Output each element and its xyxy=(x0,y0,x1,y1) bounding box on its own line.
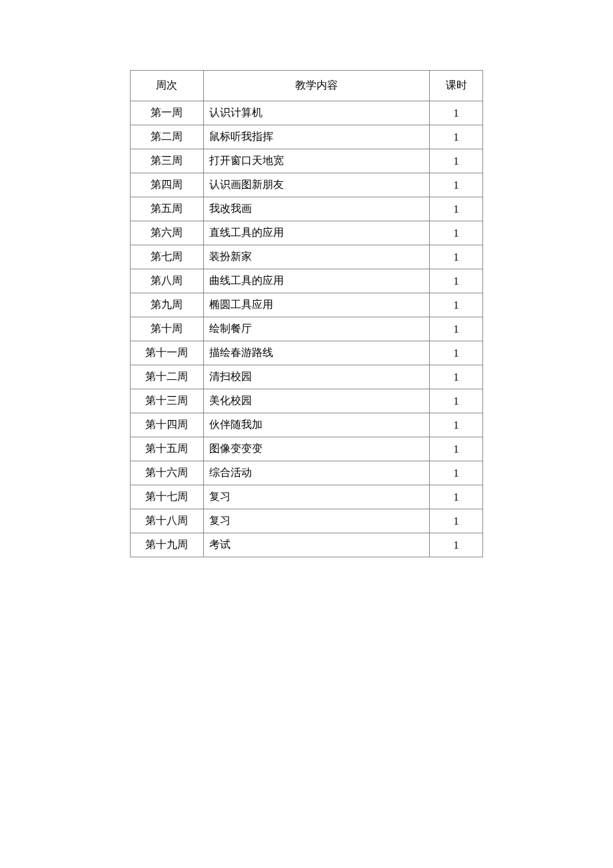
cell-week: 第十七周 xyxy=(131,485,204,509)
table-header-row: 周次 教学内容 课时 xyxy=(131,71,483,101)
cell-hours: 1 xyxy=(430,197,483,221)
table-row: 第十六周综合活动1 xyxy=(131,461,483,485)
cell-hours: 1 xyxy=(430,101,483,125)
cell-hours: 1 xyxy=(430,413,483,437)
table-row: 第十九周考试1 xyxy=(131,533,483,557)
cell-content: 复习 xyxy=(203,485,429,509)
header-week: 周次 xyxy=(131,71,204,101)
cell-week: 第四周 xyxy=(131,173,204,197)
cell-content: 装扮新家 xyxy=(203,245,429,269)
table-row: 第十五周图像变变变1 xyxy=(131,437,483,461)
table-row: 第二周鼠标听我指挥1 xyxy=(131,125,483,149)
cell-content: 图像变变变 xyxy=(203,437,429,461)
schedule-table: 周次 教学内容 课时 第一周认识计算机1第二周鼠标听我指挥1第三周打开窗口天地宽… xyxy=(130,70,483,557)
cell-hours: 1 xyxy=(430,221,483,245)
cell-content: 清扫校园 xyxy=(203,365,429,389)
cell-week: 第十三周 xyxy=(131,389,204,413)
header-hours: 课时 xyxy=(430,71,483,101)
cell-week: 第五周 xyxy=(131,197,204,221)
cell-hours: 1 xyxy=(430,125,483,149)
cell-week: 第十六周 xyxy=(131,461,204,485)
table-row: 第十二周清扫校园1 xyxy=(131,365,483,389)
cell-hours: 1 xyxy=(430,245,483,269)
cell-week: 第八周 xyxy=(131,269,204,293)
cell-content: 美化校园 xyxy=(203,389,429,413)
table-row: 第三周打开窗口天地宽1 xyxy=(131,149,483,173)
cell-hours: 1 xyxy=(430,389,483,413)
table-row: 第十七周复习1 xyxy=(131,485,483,509)
cell-week: 第十九周 xyxy=(131,533,204,557)
cell-week: 第三周 xyxy=(131,149,204,173)
cell-week: 第二周 xyxy=(131,125,204,149)
cell-week: 第九周 xyxy=(131,293,204,317)
cell-content: 伙伴随我加 xyxy=(203,413,429,437)
cell-content: 描绘春游路线 xyxy=(203,341,429,365)
table-body: 第一周认识计算机1第二周鼠标听我指挥1第三周打开窗口天地宽1第四周认识画图新朋友… xyxy=(131,101,483,557)
cell-content: 绘制餐厅 xyxy=(203,317,429,341)
table-row: 第十四周伙伴随我加1 xyxy=(131,413,483,437)
cell-week: 第七周 xyxy=(131,245,204,269)
cell-hours: 1 xyxy=(430,173,483,197)
cell-content: 椭圆工具应用 xyxy=(203,293,429,317)
table-row: 第六周直线工具的应用1 xyxy=(131,221,483,245)
table-row: 第十一周描绘春游路线1 xyxy=(131,341,483,365)
cell-content: 考试 xyxy=(203,533,429,557)
schedule-table-container: 周次 教学内容 课时 第一周认识计算机1第二周鼠标听我指挥1第三周打开窗口天地宽… xyxy=(130,70,483,557)
table-row: 第九周椭圆工具应用1 xyxy=(131,293,483,317)
cell-content: 复习 xyxy=(203,509,429,533)
cell-hours: 1 xyxy=(430,437,483,461)
cell-week: 第一周 xyxy=(131,101,204,125)
cell-content: 我改我画 xyxy=(203,197,429,221)
cell-hours: 1 xyxy=(430,365,483,389)
cell-hours: 1 xyxy=(430,317,483,341)
cell-week: 第十一周 xyxy=(131,341,204,365)
table-row: 第十三周美化校园1 xyxy=(131,389,483,413)
cell-hours: 1 xyxy=(430,293,483,317)
table-row: 第一周认识计算机1 xyxy=(131,101,483,125)
table-row: 第八周曲线工具的应用1 xyxy=(131,269,483,293)
cell-week: 第六周 xyxy=(131,221,204,245)
cell-content: 认识计算机 xyxy=(203,101,429,125)
table-row: 第七周装扮新家1 xyxy=(131,245,483,269)
cell-hours: 1 xyxy=(430,149,483,173)
cell-hours: 1 xyxy=(430,533,483,557)
cell-content: 鼠标听我指挥 xyxy=(203,125,429,149)
header-content: 教学内容 xyxy=(203,71,429,101)
cell-week: 第十周 xyxy=(131,317,204,341)
cell-week: 第十二周 xyxy=(131,365,204,389)
cell-hours: 1 xyxy=(430,461,483,485)
cell-hours: 1 xyxy=(430,509,483,533)
cell-hours: 1 xyxy=(430,485,483,509)
cell-hours: 1 xyxy=(430,269,483,293)
cell-content: 综合活动 xyxy=(203,461,429,485)
table-row: 第十周绘制餐厅1 xyxy=(131,317,483,341)
cell-week: 第十五周 xyxy=(131,437,204,461)
cell-content: 直线工具的应用 xyxy=(203,221,429,245)
cell-content: 打开窗口天地宽 xyxy=(203,149,429,173)
cell-week: 第十八周 xyxy=(131,509,204,533)
table-row: 第四周认识画图新朋友1 xyxy=(131,173,483,197)
table-row: 第十八周复习1 xyxy=(131,509,483,533)
cell-hours: 1 xyxy=(430,341,483,365)
cell-content: 曲线工具的应用 xyxy=(203,269,429,293)
cell-week: 第十四周 xyxy=(131,413,204,437)
cell-content: 认识画图新朋友 xyxy=(203,173,429,197)
table-row: 第五周我改我画1 xyxy=(131,197,483,221)
